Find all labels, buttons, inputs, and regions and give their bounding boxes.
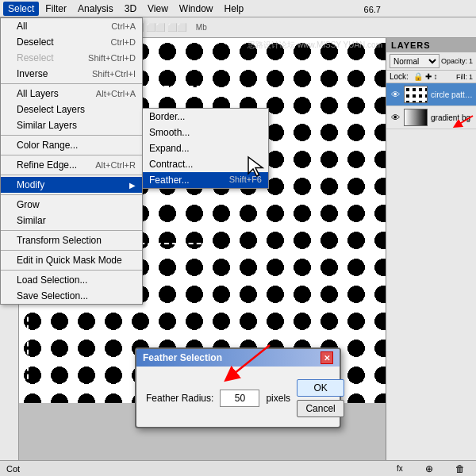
feather-radius-input[interactable] [220,390,259,407]
lock-icons: 🔒 ✚ ↕ [413,72,438,81]
menu-item-color-range[interactable]: Color Range... [1,137,142,153]
layers-add-icon[interactable]: ⊕ [425,463,433,474]
sep-8 [1,270,142,271]
layer-item-0[interactable]: 👁 circle pattern distort [386,83,476,106]
sep-4 [1,175,142,175]
layer-thumb-gradient-1 [405,109,427,125]
menu-help[interactable]: Help [220,2,249,16]
menu-item-inverse[interactable]: Inverse Shift+Ctrl+I [1,66,142,82]
menu-item-load-selection[interactable]: Load Selection... [1,272,142,288]
layers-fx-icon[interactable]: fx [397,464,403,473]
lock-label: Lock: [390,72,409,81]
feather-red-arrow [214,341,278,389]
opacity-value: 1 [469,57,473,65]
fill-label: Fill: [456,73,467,81]
watermark: 思路设计论坛 www.MISSY YUAN.com [248,40,382,51]
menu-item-grow[interactable]: Grow [1,197,142,213]
blend-mode-select[interactable]: Normal [390,54,440,68]
sep-5 [1,194,142,195]
menu-select[interactable]: Select [3,2,39,16]
sep-3 [1,155,142,155]
svg-line-2 [457,116,473,125]
fill-value: 1 [469,73,473,81]
layers-bottom-toolbar: fx ⊕ 🗑 [386,460,476,476]
menu-item-deselect-layers[interactable]: Deselect Layers [1,102,142,117]
menu-item-deselect[interactable]: Deselect Ctrl+D [1,34,142,50]
layer-thumb-1 [404,109,428,126]
menu-bar: Select Filter Analysis 3D View Window He… [0,0,476,17]
menu-window[interactable]: Window [175,2,218,16]
zoom-display: 66.7 [364,5,381,14]
feather-ok-button[interactable]: OK [297,379,344,397]
menu-analysis[interactable]: Analysis [73,2,118,16]
submenu-smooth[interactable]: Smooth... [143,125,268,140]
feather-title: Feather Selection [143,352,222,363]
status-text: Cot [6,464,20,474]
sep-2 [1,135,142,136]
layer-thumb-0 [404,86,428,103]
menu-view[interactable]: View [143,2,173,16]
layers-lock-row: Lock: 🔒 ✚ ↕ Fill: 1 [386,71,476,83]
sep-7 [1,250,142,251]
layers-panel: LAYERS Normal Opacity: 1 Lock: 🔒 ✚ ↕ Fil… [386,38,476,213]
menu-item-similar[interactable]: Similar [1,213,142,228]
layers-controls: Normal Opacity: 1 [386,52,476,71]
menu-item-reselect[interactable]: Reselect Shift+Ctrl+D [1,50,142,66]
status-bar: Cot [0,460,386,476]
menu-item-all-layers[interactable]: All Layers Alt+Ctrl+A [1,86,142,102]
svg-marker-0 [248,157,263,176]
menu-item-quick-mask[interactable]: Edit in Quick Mask Mode [1,252,142,268]
menu-3d[interactable]: 3D [120,2,141,16]
menu-item-refine-edge[interactable]: Refine Edge... Alt+Ctrl+R [1,157,142,173]
right-panel-lower [386,213,476,476]
sep-1 [1,83,142,84]
feather-cancel-button[interactable]: Cancel [297,400,344,417]
select-dropdown-menu: All Ctrl+A Deselect Ctrl+D Reselect Shif… [0,17,143,305]
menu-item-transform-selection[interactable]: Transform Selection [1,232,142,248]
menu-item-modify[interactable]: Modify ▶ [1,177,142,193]
layer-name-0: circle pattern distort [431,90,473,99]
submenu-expand[interactable]: Expand... [143,140,268,156]
layers-delete-icon[interactable]: 🗑 [455,463,465,474]
feather-radius-label: Feather Radius: [146,393,213,404]
layer-eye-1[interactable]: 👁 [390,112,401,123]
menu-item-similar-layers[interactable]: Similar Layers [1,117,142,133]
submenu-border[interactable]: Border... [143,109,268,125]
menu-item-all[interactable]: All Ctrl+A [1,18,142,34]
layer-red-arrow [451,109,474,133]
opacity-label: Opacity: [441,57,467,65]
layer-thumb-pattern-0 [405,86,427,102]
menu-filter[interactable]: Filter [40,2,71,16]
layers-panel-header: LAYERS [386,38,476,52]
feather-unit-label: pixels [266,393,290,404]
svg-line-4 [230,345,270,377]
cursor-arrow [246,155,270,178]
feather-dialog-buttons: OK Cancel [297,379,344,417]
feather-close-button[interactable]: ✕ [321,351,333,364]
toolbar-mb: Mb [196,23,207,32]
menu-item-save-selection[interactable]: Save Selection... [1,288,142,304]
layer-eye-0[interactable]: 👁 [390,89,401,100]
sep-6 [1,230,142,231]
